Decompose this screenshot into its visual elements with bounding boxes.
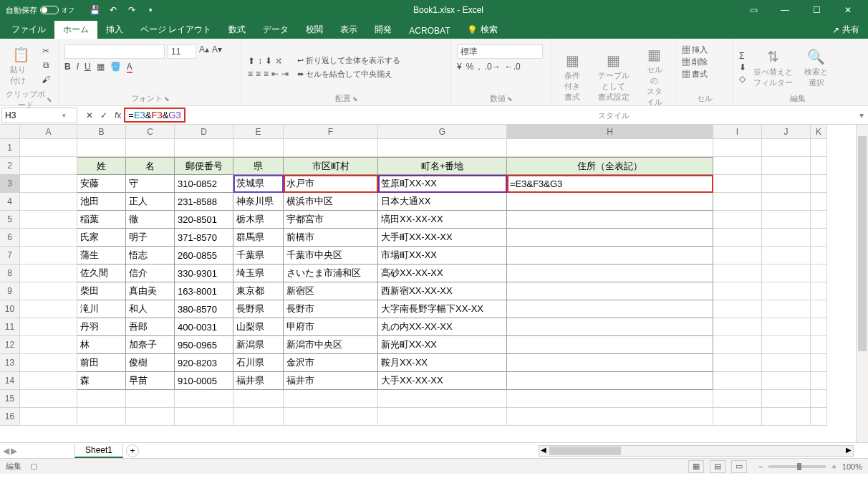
- cell[interactable]: 加奈子: [126, 336, 175, 354]
- dialog-launcher-icon[interactable]: ⬊: [47, 96, 52, 103]
- cell[interactable]: 埼玉県: [233, 264, 284, 282]
- cell[interactable]: [126, 408, 175, 426]
- sort-filter-button[interactable]: ⇅並べ替えと フィルター: [749, 44, 797, 91]
- cell[interactable]: 笠原町XX-XX: [378, 175, 507, 193]
- indent-dec-icon[interactable]: ⇤: [271, 69, 279, 79]
- cell[interactable]: [811, 211, 827, 229]
- italic-button[interactable]: I: [77, 62, 79, 72]
- row-header[interactable]: 13: [0, 354, 20, 372]
- cell[interactable]: [762, 157, 811, 175]
- column-header[interactable]: K: [811, 125, 827, 139]
- autosave-toggle-icon[interactable]: [40, 6, 59, 14]
- cell[interactable]: 新潟市中央区: [284, 336, 378, 354]
- tab-home[interactable]: ホーム: [54, 21, 97, 39]
- cell[interactable]: [811, 193, 827, 211]
- cell[interactable]: [713, 175, 762, 193]
- cell[interactable]: [507, 139, 713, 157]
- maximize-icon[interactable]: ☐: [802, 0, 831, 20]
- cell[interactable]: 西新宿XX-XX-XX: [378, 282, 507, 300]
- cell[interactable]: 林: [77, 336, 126, 354]
- cell[interactable]: 明子: [126, 229, 175, 247]
- pagelayout-view-button[interactable]: ▤: [710, 460, 725, 473]
- cell[interactable]: [20, 354, 77, 372]
- cell[interactable]: [811, 318, 827, 336]
- cells-area[interactable]: 姓名郵便番号県市区町村町名+番地住所（全表記）安藤守310-0852茨城県水戸市…: [20, 139, 827, 426]
- cell[interactable]: [175, 390, 233, 408]
- cell[interactable]: [811, 372, 827, 390]
- add-sheet-button[interactable]: +: [126, 444, 139, 457]
- cell[interactable]: [713, 157, 762, 175]
- cell[interactable]: 池田: [77, 193, 126, 211]
- cell[interactable]: [507, 372, 713, 390]
- cell[interactable]: 231-8588: [175, 193, 233, 211]
- cell[interactable]: [507, 193, 713, 211]
- row-header[interactable]: 2: [0, 157, 20, 175]
- cell[interactable]: [811, 408, 827, 426]
- cell[interactable]: [507, 300, 713, 318]
- redo-icon[interactable]: ↷: [125, 3, 139, 17]
- format-cells-button[interactable]: ▦ 書式: [682, 69, 708, 80]
- cell[interactable]: [713, 211, 762, 229]
- cell[interactable]: 真由美: [126, 282, 175, 300]
- cell[interactable]: 水戸市: [284, 175, 378, 193]
- column-header[interactable]: I: [713, 125, 762, 139]
- cell[interactable]: [507, 247, 713, 264]
- row-header[interactable]: 4: [0, 193, 20, 211]
- cell[interactable]: [811, 247, 827, 264]
- select-all-button[interactable]: [0, 125, 20, 139]
- cell[interactable]: 俊樹: [126, 354, 175, 372]
- zoom-level[interactable]: 100%: [842, 462, 862, 471]
- cell[interactable]: 丹羽: [77, 318, 126, 336]
- decrease-font-icon[interactable]: A▾: [212, 44, 222, 59]
- cell[interactable]: 横浜市中区: [284, 193, 378, 211]
- cell[interactable]: 山梨県: [233, 318, 284, 336]
- cell[interactable]: 大手町XX-XX-XX: [378, 229, 507, 247]
- cell[interactable]: =E3&F3&G3: [507, 175, 713, 193]
- cell[interactable]: [20, 336, 77, 354]
- cell[interactable]: [762, 282, 811, 300]
- cell[interactable]: 宇都宮市: [284, 211, 378, 229]
- cell[interactable]: [762, 372, 811, 390]
- font-color-button[interactable]: A: [127, 62, 132, 72]
- cell[interactable]: 和人: [126, 300, 175, 318]
- cell[interactable]: 前田: [77, 354, 126, 372]
- currency-icon[interactable]: ¥: [457, 62, 462, 72]
- cell[interactable]: 滝川: [77, 300, 126, 318]
- row-header[interactable]: 6: [0, 229, 20, 247]
- cell[interactable]: 鞍月XX-XX: [378, 354, 507, 372]
- column-header[interactable]: G: [378, 125, 507, 139]
- tab-review[interactable]: 校閲: [297, 21, 332, 39]
- cell[interactable]: 320-8501: [175, 211, 233, 229]
- cell[interactable]: [20, 282, 77, 300]
- cell[interactable]: [762, 336, 811, 354]
- cell[interactable]: 徹: [126, 211, 175, 229]
- cell[interactable]: [20, 157, 77, 175]
- cell[interactable]: [77, 390, 126, 408]
- cell[interactable]: [713, 390, 762, 408]
- cell[interactable]: [378, 139, 507, 157]
- cell[interactable]: 400-0031: [175, 318, 233, 336]
- tab-view[interactable]: 表示: [332, 21, 366, 39]
- tab-formulas[interactable]: 数式: [220, 21, 254, 39]
- merge-center-button[interactable]: ⬌ セルを結合して中央揃え: [297, 69, 400, 80]
- border-button[interactable]: ▦: [97, 62, 105, 72]
- cell[interactable]: 163-8001: [175, 282, 233, 300]
- format-as-table-button[interactable]: ▦テーブルとして 書式設定: [590, 47, 637, 105]
- cell[interactable]: [20, 175, 77, 193]
- cell[interactable]: [713, 229, 762, 247]
- bold-button[interactable]: B: [64, 62, 71, 72]
- row-header[interactable]: 10: [0, 300, 20, 318]
- cell[interactable]: 氏家: [77, 229, 126, 247]
- cell-styles-button[interactable]: ▦セルの スタイル: [640, 42, 670, 110]
- cell[interactable]: [713, 247, 762, 264]
- cell[interactable]: [811, 300, 827, 318]
- cell[interactable]: [126, 390, 175, 408]
- find-select-button[interactable]: 🔍検索と 選択: [800, 44, 832, 91]
- delete-cells-button[interactable]: ▦ 削除: [682, 57, 708, 67]
- cell[interactable]: [378, 390, 507, 408]
- tab-pagelayout[interactable]: ページ レイアウト: [132, 21, 220, 39]
- cell[interactable]: [507, 336, 713, 354]
- namebox-dropdown-icon[interactable]: ▾: [62, 112, 66, 119]
- wrap-text-button[interactable]: ↩ 折り返して全体を表示する: [297, 55, 400, 66]
- column-header[interactable]: C: [126, 125, 175, 139]
